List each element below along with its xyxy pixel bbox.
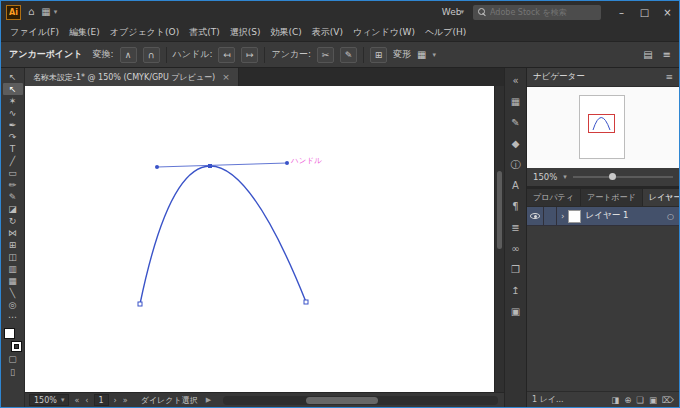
links-panel-icon[interactable]: ∞ xyxy=(506,238,526,259)
cut-path-icon[interactable]: ✂ xyxy=(317,47,334,63)
pen-tool[interactable]: ✒ xyxy=(3,119,23,131)
stack-panels-icon[interactable]: ▤ xyxy=(643,49,652,60)
menu-item[interactable]: ヘルプ(H) xyxy=(420,24,471,41)
tab-artboards[interactable]: アートボード xyxy=(581,189,643,206)
stock-search-box[interactable] xyxy=(473,5,601,20)
anchor-point-end[interactable] xyxy=(304,300,308,304)
mesh-tool[interactable]: ▦ xyxy=(3,275,23,287)
previous-artboard-button[interactable]: ‹ xyxy=(84,396,89,405)
collapse-panels-icon[interactable]: « xyxy=(506,70,526,91)
home-icon[interactable]: ⌂ xyxy=(28,7,34,17)
paragraph-panel-icon[interactable]: ¶ xyxy=(506,196,526,217)
shape-builder-tool[interactable]: ◫ xyxy=(3,251,23,263)
width-tool[interactable]: ⋈ xyxy=(3,227,23,239)
layer-name[interactable]: レイヤー 1 xyxy=(586,210,667,222)
handle-end-left[interactable] xyxy=(155,165,159,169)
navigator-menu-icon[interactable]: ≡ xyxy=(665,72,673,82)
transform-grid-icon[interactable]: ▦ xyxy=(417,49,426,60)
disclosure-icon[interactable]: › xyxy=(561,211,565,221)
tab-properties[interactable]: プロパティ xyxy=(527,189,581,206)
vertical-scrollbar[interactable] xyxy=(494,86,504,392)
document-tab[interactable]: 名称未設定-1* @ 150% (CMYK/GPU プレビュー) × xyxy=(25,68,239,86)
next-artboard-button[interactable]: › xyxy=(113,396,118,405)
more-tools-button[interactable]: ⋯ xyxy=(3,311,23,323)
menu-item[interactable]: 書式(T) xyxy=(184,24,225,41)
asset-export-panel-icon[interactable]: ↥ xyxy=(506,280,526,301)
selection-tool[interactable]: ↖ xyxy=(3,71,23,83)
magic-wand-tool[interactable]: ✶ xyxy=(3,95,23,107)
chevron-down-icon[interactable]: ▾ xyxy=(563,173,567,181)
layer-row[interactable]: › レイヤー 1 ○ xyxy=(527,207,679,226)
navigator-zoom-slider-thumb[interactable] xyxy=(609,173,616,180)
navigator-zoom-value[interactable]: 150% xyxy=(533,172,557,182)
fill-swatch[interactable] xyxy=(4,328,15,339)
info-panel-icon[interactable]: ⓘ xyxy=(506,154,526,175)
close-button[interactable]: × xyxy=(656,1,679,23)
draw-mode-icon[interactable]: ▢ xyxy=(3,352,23,365)
vertical-scrollbar-thumb[interactable] xyxy=(497,171,502,249)
make-mask-button[interactable]: ◨ xyxy=(611,395,619,405)
panel-menu-icon[interactable]: ≡ xyxy=(663,49,671,60)
rotate-tool[interactable]: ↻ xyxy=(3,215,23,227)
menu-item[interactable]: 表示(V) xyxy=(307,24,348,41)
zoom-tool[interactable]: ◎ xyxy=(3,299,23,311)
pencil-tool[interactable]: ✎ xyxy=(3,191,23,203)
hide-handles-icon[interactable]: ↦ xyxy=(241,47,258,63)
character-panel-icon[interactable]: A xyxy=(506,175,526,196)
direct-selection-tool[interactable]: ↖ xyxy=(3,83,23,95)
lock-toggle[interactable] xyxy=(544,207,557,225)
eraser-tool[interactable]: ◪ xyxy=(3,203,23,215)
first-artboard-button[interactable]: « xyxy=(73,396,80,405)
swatches-panel-icon[interactable]: ▦ xyxy=(506,91,526,112)
layer-target-icon[interactable]: ○ xyxy=(667,212,674,221)
arrange-documents-caret-icon[interactable]: ▾ xyxy=(54,8,58,16)
stroke-panel-icon[interactable]: ≣ xyxy=(506,217,526,238)
menu-item[interactable]: ファイル(F) xyxy=(5,24,64,41)
direction-handle-line[interactable] xyxy=(157,163,287,167)
anchor-point-apex[interactable] xyxy=(208,164,212,168)
handle-end-right[interactable] xyxy=(285,161,289,165)
collect-for-export-button[interactable]: ⊕ xyxy=(624,395,631,405)
type-tool[interactable]: T xyxy=(3,143,23,155)
eyedropper-tool[interactable]: ╲ xyxy=(3,287,23,299)
lasso-tool[interactable]: ∿ xyxy=(3,107,23,119)
menu-item[interactable]: ウィンドウ(W) xyxy=(348,24,420,41)
layer-thumbnail[interactable] xyxy=(568,210,581,223)
free-transform-tool[interactable]: ⊞ xyxy=(3,239,23,251)
navigator-view-box[interactable] xyxy=(588,114,615,133)
artboard-number-field[interactable]: 1 xyxy=(94,394,109,406)
artboards-panel-icon[interactable]: ❐ xyxy=(506,259,526,280)
curvature-tool[interactable]: ↷ xyxy=(3,131,23,143)
artboard[interactable]: ハンドル xyxy=(25,86,494,392)
navigator-preview[interactable] xyxy=(527,86,679,168)
anchor-point-start[interactable] xyxy=(138,302,142,306)
show-handles-icon[interactable]: ↤ xyxy=(218,47,235,63)
paintbrush-tool[interactable]: ✏ xyxy=(3,179,23,191)
libraries-panel-icon[interactable]: ▣ xyxy=(506,301,526,322)
menu-item[interactable]: 編集(E) xyxy=(64,24,105,41)
search-input[interactable] xyxy=(490,8,596,17)
zoom-level-dropdown[interactable]: 150% ▾ xyxy=(29,394,69,406)
menu-item[interactable]: 効果(C) xyxy=(265,24,306,41)
symbols-panel-icon[interactable]: ◆ xyxy=(506,133,526,154)
visibility-toggle[interactable] xyxy=(527,207,544,225)
workspace-switcher[interactable]: Web ▾ xyxy=(442,7,464,17)
transform-caret-icon[interactable]: ▾ xyxy=(433,51,437,59)
menu-item[interactable]: 選択(S) xyxy=(225,24,266,41)
convert-to-corner-icon[interactable]: ∧ xyxy=(120,47,137,63)
menu-item[interactable]: オブジェクト(O) xyxy=(105,24,184,41)
rectangle-tool[interactable]: ▭ xyxy=(3,167,23,179)
maximize-button[interactable]: □ xyxy=(633,1,656,23)
arrange-documents-icon[interactable]: ▦ xyxy=(41,7,50,17)
horizontal-scrollbar-thumb[interactable] xyxy=(306,397,378,404)
new-sublayer-button[interactable]: ❏ xyxy=(636,395,644,405)
gradient-tool[interactable]: ▥ xyxy=(3,263,23,275)
convert-to-smooth-icon[interactable]: ∩ xyxy=(143,47,160,63)
bezier-curve[interactable] xyxy=(140,166,306,304)
brushes-panel-icon[interactable]: ✎ xyxy=(506,112,526,133)
join-path-icon[interactable]: ✎ xyxy=(340,47,357,63)
snap-grid-icon[interactable]: ⊞ xyxy=(370,47,387,63)
screen-mode-icon[interactable]: ▯ xyxy=(3,365,23,378)
status-expand-icon[interactable]: ▶ xyxy=(206,396,211,404)
transform-label[interactable]: 変形 xyxy=(393,48,411,61)
